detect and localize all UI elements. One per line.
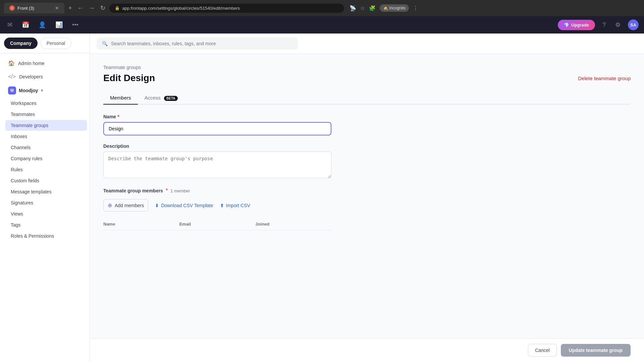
search-bar: 🔍	[97, 38, 298, 50]
avatar[interactable]: SA	[628, 19, 639, 30]
sidebar-item-views[interactable]: Views	[5, 208, 87, 219]
name-input[interactable]	[103, 122, 331, 135]
browser-actions: 📡 ☆ 🧩 🕵 Incognito ⋮	[350, 4, 419, 12]
upgrade-button[interactable]: 💎 Upgrade	[558, 20, 595, 30]
main-content: 🔍 Teammate groups Edit Design Delete tea…	[90, 34, 644, 362]
extensions-icon[interactable]: 🧩	[369, 5, 376, 11]
workspace-initial: M	[8, 86, 16, 95]
add-members-btn[interactable]: ⊕ Add members	[103, 199, 148, 212]
members-label: Teammate group members	[103, 188, 163, 193]
back-btn[interactable]: ←	[76, 3, 85, 13]
search-bar-container: 🔍	[90, 34, 644, 54]
delete-teammate-group-btn[interactable]: Delete teammate group	[578, 75, 631, 81]
bookmark-icon[interactable]: ☆	[360, 5, 365, 11]
search-input[interactable]	[111, 41, 292, 46]
tab-close-btn[interactable]: ✕	[55, 5, 59, 11]
sidebar: Company Personal 🏠 Admin home </> Develo…	[0, 34, 90, 362]
workspace-sub-items: Workspaces Teammates Teammate groups Inb…	[0, 98, 90, 241]
diamond-icon: 💎	[564, 22, 569, 27]
sidebar-item-company-rules[interactable]: Company rules	[5, 153, 87, 164]
member-count: 1 member	[170, 188, 190, 193]
breadcrumb[interactable]: Teammate groups	[103, 65, 631, 70]
calendar-icon[interactable]: 📅	[20, 19, 31, 31]
chevron-down-icon: ▾	[41, 88, 43, 93]
tabs: Members Access BETA	[103, 92, 631, 105]
name-form-group: Name *	[103, 114, 331, 135]
analytics-icon[interactable]: 📊	[53, 19, 65, 31]
sidebar-toggle-section: Company Personal	[0, 34, 90, 53]
refresh-btn[interactable]: ↻	[99, 3, 107, 13]
tab-members[interactable]: Members	[103, 92, 138, 105]
beta-badge: BETA	[164, 96, 177, 101]
sidebar-item-teammates[interactable]: Teammates	[5, 109, 87, 120]
plus-circle-icon: ⊕	[108, 202, 112, 208]
download-csv-link[interactable]: ⬇ Download CSV Template	[155, 203, 213, 208]
cast-icon[interactable]: 📡	[350, 5, 356, 11]
lock-icon: 🔒	[115, 6, 120, 10]
incognito-icon: 🕵	[383, 6, 388, 10]
new-tab-btn[interactable]: +	[68, 5, 72, 12]
sidebar-item-custom-fields[interactable]: Custom fields	[5, 175, 87, 186]
contacts-icon[interactable]: 👤	[37, 19, 48, 31]
search-icon: 🔍	[102, 41, 108, 46]
sidebar-item-signatures[interactable]: Signatures	[5, 197, 87, 208]
members-required: *	[166, 188, 168, 194]
members-table-header: Name Email Joined	[103, 218, 331, 230]
more-icon[interactable]: •••	[70, 19, 80, 31]
browser-tab[interactable]: F Front (3) ✕	[4, 3, 64, 13]
import-csv-link[interactable]: ⬆ Import CSV	[220, 203, 250, 208]
col-name: Name	[103, 222, 179, 227]
nav-controls: ← → ↻	[76, 3, 107, 13]
content-area: Teammate groups Edit Design Delete teamm…	[90, 54, 644, 362]
page-title: Edit Design	[103, 73, 155, 83]
top-nav: ✉ 📅 👤 📊 ••• 💎 Upgrade ? ⚙ SA	[0, 16, 644, 34]
description-label: Description	[103, 143, 331, 149]
form-section: Name * Description Teammate group member…	[103, 114, 331, 230]
page-title-row: Edit Design Delete teammate group	[103, 73, 631, 83]
sidebar-item-rules[interactable]: Rules	[5, 164, 87, 175]
address-bar[interactable]: 🔒 app.frontapp.com/settings/global/circl…	[109, 4, 344, 13]
description-input[interactable]	[103, 152, 331, 178]
members-header: Teammate group members * 1 member	[103, 188, 331, 194]
home-icon: 🏠	[8, 60, 15, 66]
tab-access[interactable]: Access BETA	[138, 92, 184, 105]
sidebar-item-channels[interactable]: Channels	[5, 142, 87, 153]
description-form-group: Description	[103, 143, 331, 180]
sidebar-nav: 🏠 Admin home </> Developers M Moodjoy ▾ …	[0, 53, 90, 244]
name-label: Name *	[103, 114, 331, 119]
settings-icon[interactable]: ⚙	[613, 19, 623, 31]
download-icon: ⬇	[155, 203, 159, 208]
incognito-indicator: 🕵 Incognito	[380, 4, 409, 12]
forward-btn[interactable]: →	[88, 3, 96, 13]
company-tab-btn[interactable]: Company	[4, 38, 38, 49]
sidebar-item-roles-permissions[interactable]: Roles & Permissions	[5, 231, 87, 241]
sidebar-item-message-templates[interactable]: Message templates	[5, 186, 87, 197]
workspace-section-header[interactable]: M Moodjoy ▾	[3, 84, 87, 97]
menu-icon[interactable]: ⋮	[413, 5, 418, 11]
sidebar-item-workspaces[interactable]: Workspaces	[5, 98, 87, 109]
help-icon[interactable]: ?	[600, 19, 608, 31]
sidebar-item-teammate-groups[interactable]: Teammate groups	[5, 120, 87, 131]
upload-icon: ⬆	[220, 203, 224, 208]
sidebar-item-developers[interactable]: </> Developers	[3, 70, 87, 83]
members-form-group: Teammate group members * 1 member ⊕ Add …	[103, 188, 331, 230]
footer-actions: Cancel Update teammate group	[90, 338, 644, 362]
sidebar-item-inboxes[interactable]: Inboxes	[5, 131, 87, 142]
sidebar-item-tags[interactable]: Tags	[5, 220, 87, 230]
tab-favicon: F	[9, 5, 15, 11]
personal-tab-btn[interactable]: Personal	[40, 38, 71, 49]
update-teammate-group-button[interactable]: Update teammate group	[561, 344, 631, 357]
browser-chrome: F Front (3) ✕ + ← → ↻ 🔒 app.frontapp.com…	[0, 0, 644, 16]
sidebar-item-admin-home[interactable]: 🏠 Admin home	[3, 57, 87, 70]
name-required: *	[117, 114, 119, 119]
code-icon: </>	[8, 74, 16, 80]
url-text: app.frontapp.com/settings/global/circles…	[122, 6, 240, 11]
col-email: Email	[179, 222, 256, 227]
app-layout: Company Personal 🏠 Admin home </> Develo…	[0, 34, 644, 362]
members-actions: ⊕ Add members ⬇ Download CSV Template ⬆ …	[103, 199, 331, 212]
col-joined: Joined	[255, 222, 331, 227]
inbox-icon[interactable]: ✉	[5, 19, 14, 31]
cancel-button[interactable]: Cancel	[528, 344, 557, 357]
tab-title: Front (3)	[17, 6, 34, 11]
